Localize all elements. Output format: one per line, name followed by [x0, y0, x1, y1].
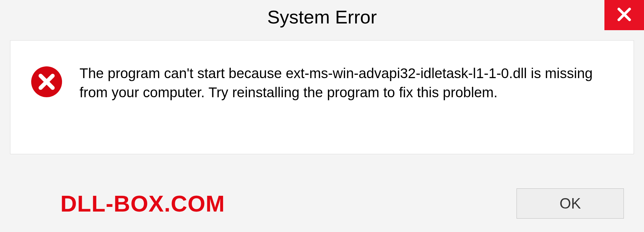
error-icon	[31, 66, 63, 98]
close-button[interactable]	[604, 0, 644, 30]
content-area: The program can't start because ext-ms-w…	[10, 40, 634, 154]
ok-button[interactable]: OK	[517, 188, 624, 219]
footer: DLL-BOX.COM OK	[0, 175, 644, 232]
watermark-text: DLL-BOX.COM	[60, 190, 225, 217]
close-icon	[616, 6, 632, 24]
error-dialog: System Error The program can't start bec…	[0, 0, 644, 232]
error-message: The program can't start because ext-ms-w…	[79, 64, 613, 102]
ok-button-label: OK	[559, 195, 581, 212]
titlebar: System Error	[0, 0, 644, 34]
dialog-title: System Error	[267, 6, 377, 28]
